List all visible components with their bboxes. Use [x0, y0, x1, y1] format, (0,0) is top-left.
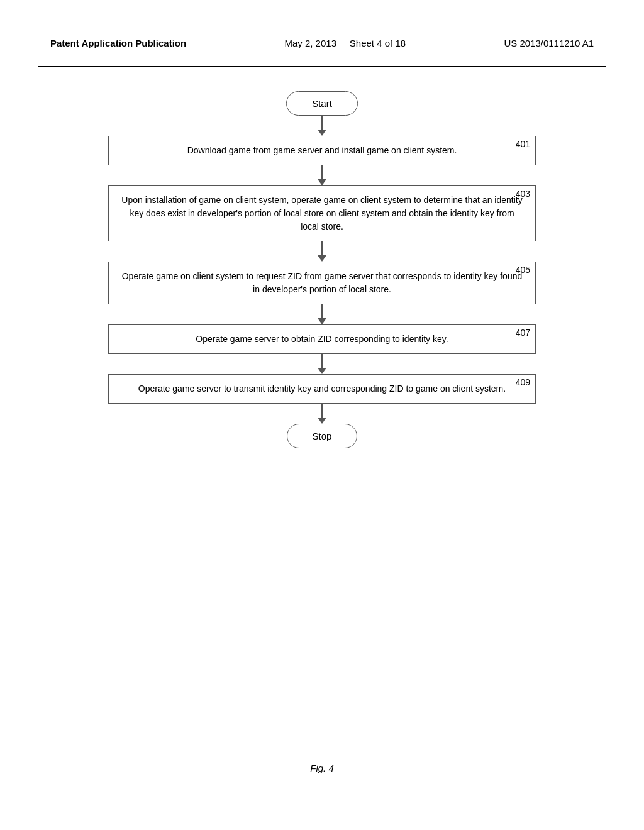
step-403-label: 403 — [516, 189, 530, 199]
arrow-2 — [318, 165, 326, 185]
step-403-box: Upon installation of game on client syst… — [108, 185, 536, 241]
step-409-text: Operate game server to transmit identity… — [109, 375, 535, 403]
step-407-text: Operate game server to obtain ZID corres… — [109, 325, 535, 353]
arrow-line-4 — [321, 304, 323, 318]
date-sheet-label: May 2, 2013 Sheet 4 of 18 — [284, 38, 406, 48]
flowchart: Start Download game from game server and… — [108, 91, 536, 448]
arrow-line-1 — [321, 116, 323, 130]
header: Patent Application Publication May 2, 20… — [0, 38, 644, 48]
step-407-box: Operate game server to obtain ZID corres… — [108, 324, 536, 354]
arrow-line-3 — [321, 241, 323, 255]
step-405-label: 405 — [516, 265, 530, 275]
start-label: Start — [312, 98, 332, 109]
patent-number-label: US 2013/0111210 A1 — [504, 38, 594, 48]
arrow-head-6 — [318, 418, 326, 424]
arrow-6 — [318, 404, 326, 424]
stop-oval: Stop — [287, 424, 358, 448]
arrow-4 — [318, 304, 326, 324]
arrow-head-5 — [318, 368, 326, 374]
arrow-1 — [318, 116, 326, 136]
arrow-5 — [318, 354, 326, 374]
step-401-text: Download game from game server and insta… — [109, 136, 535, 165]
page: Patent Application Publication May 2, 20… — [0, 0, 644, 830]
publication-label: Patent Application Publication — [50, 38, 186, 48]
step-409-label: 409 — [516, 377, 530, 387]
arrow-head-3 — [318, 255, 326, 262]
arrow-line-6 — [321, 404, 323, 418]
arrow-head-2 — [318, 179, 326, 185]
arrow-head-1 — [318, 130, 326, 136]
figure-label: Fig. 4 — [310, 763, 334, 773]
start-oval: Start — [286, 91, 358, 116]
step-405-box: Operate game on client system to request… — [108, 262, 536, 304]
step-409-box: Operate game server to transmit identity… — [108, 374, 536, 404]
date-label: May 2, 2013 — [284, 38, 336, 48]
arrow-line-5 — [321, 354, 323, 368]
arrow-head-4 — [318, 318, 326, 324]
header-divider — [38, 66, 606, 67]
arrow-3 — [318, 241, 326, 262]
step-403-text: Upon installation of game on client syst… — [109, 186, 535, 241]
step-401-box: Download game from game server and insta… — [108, 136, 536, 165]
stop-label: Stop — [313, 431, 332, 441]
arrow-line-2 — [321, 165, 323, 179]
step-407-label: 407 — [516, 328, 530, 338]
step-401-label: 401 — [516, 139, 530, 149]
sheet-label: Sheet 4 of 18 — [350, 38, 406, 48]
step-405-text: Operate game on client system to request… — [109, 262, 535, 304]
